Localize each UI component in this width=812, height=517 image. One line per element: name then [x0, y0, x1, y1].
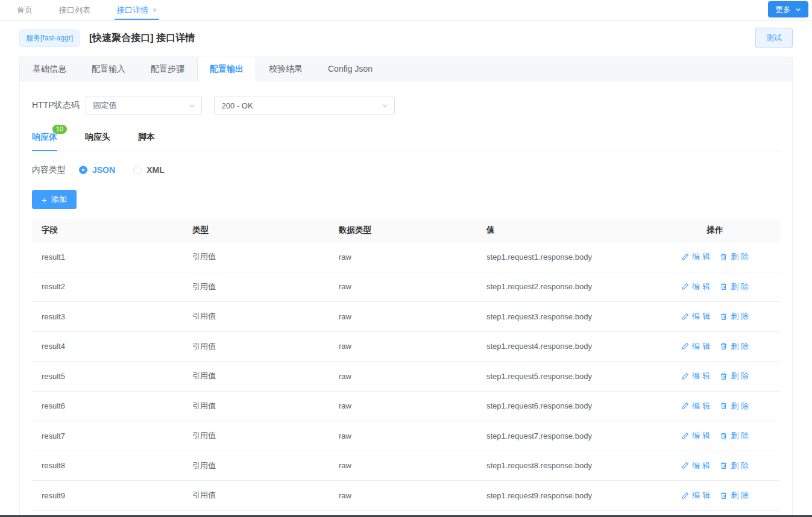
cell-value: step1.request7.response.body: [477, 421, 650, 451]
close-icon[interactable]: ×: [153, 7, 157, 14]
cell-type: 引用值: [183, 272, 329, 302]
table-row: result9引用值rawstep1.request9.response.bod…: [32, 481, 780, 511]
col-header-actions: 操作: [650, 219, 780, 242]
table-row: result3引用值rawstep1.request3.response.bod…: [32, 302, 780, 332]
cell-type: 引用值: [183, 302, 329, 332]
status-type-select[interactable]: 固定值: [86, 96, 202, 115]
cell-type: 引用值: [183, 331, 329, 362]
cell-data-type: raw: [329, 421, 477, 451]
card-body: HTTP状态码 固定值 200 - OK 响应体 10 响应头: [20, 81, 792, 517]
topbar: 首页 接口列表 接口详情 × 更多: [0, 0, 812, 20]
chevron-down-icon: [795, 7, 801, 13]
table-row: result2引用值rawstep1.request2.response.bod…: [32, 272, 780, 302]
response-tab-bar: 响应体 10 响应头 脚本: [32, 125, 780, 151]
plus-icon: +: [42, 195, 47, 204]
cell-actions: 编辑删除: [650, 362, 780, 392]
radio-json[interactable]: JSON: [79, 165, 115, 175]
more-button[interactable]: 更多: [768, 1, 808, 17]
edit-button[interactable]: 编辑: [681, 401, 710, 412]
delete-icon: [720, 462, 728, 469]
edit-icon: [681, 492, 689, 500]
delete-button[interactable]: 删除: [720, 311, 749, 322]
delete-button[interactable]: 删除: [720, 401, 749, 412]
app-window: 首页 接口列表 接口详情 × 更多 服务[fast-aggr] [快速聚合接口]…: [0, 0, 812, 517]
tab-basic-info[interactable]: 基础信息: [20, 57, 79, 81]
tab-config-json[interactable]: Config Json: [315, 57, 385, 81]
edit-button[interactable]: 编辑: [681, 430, 710, 441]
cell-actions: 编辑删除: [650, 481, 780, 511]
cell-data-type: raw: [329, 242, 477, 272]
edit-button[interactable]: 编辑: [681, 490, 710, 501]
delete-icon: [720, 372, 728, 380]
edit-button[interactable]: 编辑: [681, 460, 710, 471]
select-value: 固定值: [93, 100, 117, 111]
edit-icon: [681, 283, 689, 290]
sub-tab-label: 响应头: [85, 132, 110, 142]
test-button[interactable]: 测试: [755, 28, 793, 48]
radio-label: JSON: [92, 165, 115, 175]
cell-data-type: raw: [329, 272, 477, 302]
cell-value: step1.request3.response.body: [477, 302, 650, 332]
cell-type: 引用值: [183, 421, 329, 451]
tab-response-body[interactable]: 响应体 10: [32, 130, 57, 151]
cell-type: 引用值: [183, 451, 329, 481]
delete-button[interactable]: 删除: [720, 251, 749, 262]
cell-data-type: raw: [329, 331, 477, 362]
cell-data-type: raw: [329, 451, 477, 481]
chevron-down-icon: [189, 102, 195, 109]
delete-icon: [720, 342, 728, 350]
cell-value: step1.request6.response.body: [477, 391, 650, 421]
top-tab-label: 接口列表: [59, 5, 90, 16]
top-tab-home[interactable]: 首页: [17, 0, 33, 20]
edit-button[interactable]: 编辑: [681, 251, 710, 262]
tab-config-output[interactable]: 配置输出: [197, 57, 256, 81]
delete-button[interactable]: 删除: [720, 341, 749, 352]
cell-data-type: raw: [329, 391, 477, 421]
edit-button[interactable]: 编辑: [681, 281, 710, 292]
cell-type: 引用值: [183, 242, 329, 272]
cell-value: step1.request2.response.body: [477, 272, 650, 302]
delete-button[interactable]: 删除: [720, 430, 749, 441]
edit-button[interactable]: 编辑: [681, 311, 710, 322]
cell-value: step1.request8.response.body: [477, 451, 650, 481]
delete-icon: [720, 402, 728, 410]
http-status-label: HTTP状态码: [32, 100, 80, 111]
content-type-label: 内容类型: [32, 164, 66, 175]
cell-field: result2: [32, 272, 183, 302]
output-fields-table: 字段 类型 数据类型 值 操作 result1引用值rawstep1.reque…: [32, 219, 780, 517]
delete-button[interactable]: 删除: [720, 371, 749, 381]
status-code-select[interactable]: 200 - OK: [214, 96, 395, 115]
page-header: 服务[fast-aggr] [快速聚合接口] 接口详情 测试: [0, 20, 812, 48]
tab-validation-result[interactable]: 校验结果: [256, 57, 315, 81]
cell-field: result1: [32, 242, 183, 272]
delete-icon: [720, 492, 728, 500]
radio-xml[interactable]: XML: [133, 165, 165, 175]
tab-response-headers[interactable]: 响应头: [85, 130, 110, 151]
chevron-down-icon: [382, 102, 388, 109]
count-badge: 10: [52, 125, 67, 134]
card-tab-bar: 基础信息 配置输入 配置步骤 配置输出 校验结果 Config Json: [20, 57, 792, 81]
cell-field: result4: [32, 331, 183, 362]
table-row: result6引用值rawstep1.request6.response.bod…: [32, 391, 780, 421]
top-tab-interface-list[interactable]: 接口列表: [59, 0, 90, 20]
tab-script[interactable]: 脚本: [138, 130, 155, 151]
delete-button[interactable]: 删除: [720, 281, 749, 292]
sub-tab-label: 响应体: [32, 132, 57, 142]
tab-config-steps[interactable]: 配置步骤: [138, 57, 197, 81]
top-tab-label: 首页: [17, 5, 33, 16]
col-header-value: 值: [477, 219, 650, 242]
add-button[interactable]: + 添加: [32, 190, 77, 209]
tab-config-input[interactable]: 配置输入: [79, 57, 138, 81]
table-row: result7引用值rawstep1.request7.response.bod…: [32, 421, 780, 451]
cell-field: result5: [32, 362, 183, 392]
cell-field: result6: [32, 391, 183, 421]
radio-label: XML: [146, 165, 165, 175]
delete-button[interactable]: 删除: [720, 460, 749, 471]
delete-button[interactable]: 删除: [720, 490, 749, 501]
edit-button[interactable]: 编辑: [681, 371, 710, 381]
top-tab-label: 接口详情: [117, 5, 148, 16]
top-tab-interface-detail[interactable]: 接口详情 ×: [117, 0, 157, 20]
edit-button[interactable]: 编辑: [681, 341, 710, 352]
table-row: result4引用值rawstep1.request4.response.bod…: [32, 331, 780, 362]
cell-value: step1.request5.response.body: [477, 362, 650, 392]
